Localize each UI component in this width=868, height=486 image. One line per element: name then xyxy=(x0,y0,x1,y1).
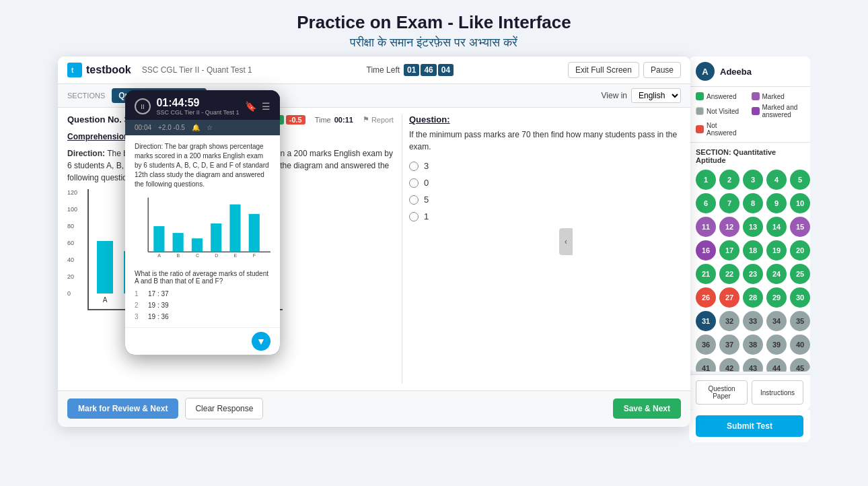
page-title-english: Practice on Exam - Like Interface xyxy=(0,12,868,33)
question-number-35[interactable]: 35 xyxy=(790,311,810,331)
mobile-pause-icon[interactable]: ⏸ xyxy=(135,98,151,114)
question-label: Question: xyxy=(409,114,681,125)
question-number-24[interactable]: 24 xyxy=(766,264,787,284)
question-number-34[interactable]: 34 xyxy=(766,311,787,331)
question-number-6[interactable]: 6 xyxy=(696,193,716,213)
question-number-32[interactable]: 32 xyxy=(719,311,739,331)
question-number-19[interactable]: 19 xyxy=(766,240,787,261)
mobile-bottom-bar: ▼ xyxy=(125,327,280,355)
question-number-2[interactable]: 2 xyxy=(719,170,739,190)
option-radio-1[interactable] xyxy=(409,162,419,171)
question-paper-button[interactable]: Question Paper xyxy=(696,380,748,405)
mobile-option-3[interactable]: 3 19 : 36 xyxy=(135,313,270,320)
mobile-next-button[interactable]: ▼ xyxy=(252,332,270,351)
option-3[interactable]: 5 xyxy=(409,195,681,205)
question-number-45[interactable]: 45 xyxy=(790,358,810,372)
not-visited-dot xyxy=(696,107,704,115)
question-number-10[interactable]: 10 xyxy=(790,193,810,213)
question-number-14[interactable]: 14 xyxy=(766,217,787,237)
svg-text:F: F xyxy=(253,253,256,258)
question-number-27[interactable]: 27 xyxy=(719,287,739,308)
option-label-1: 3 xyxy=(424,161,429,171)
question-number-28[interactable]: 28 xyxy=(743,287,763,308)
mobile-option-1[interactable]: 1 17 : 37 xyxy=(135,290,270,298)
question-number-30[interactable]: 30 xyxy=(790,287,810,308)
question-number-4[interactable]: 4 xyxy=(766,170,787,190)
question-number-43[interactable]: 43 xyxy=(743,358,763,372)
mark-review-button[interactable]: Mark for Review & Next xyxy=(67,398,178,419)
question-number-37[interactable]: 37 xyxy=(719,335,739,355)
question-number-22[interactable]: 22 xyxy=(719,264,739,284)
question-number-9[interactable]: 9 xyxy=(766,193,787,213)
question-number-36[interactable]: 36 xyxy=(696,335,716,355)
question-number-44[interactable]: 44 xyxy=(766,358,787,372)
question-number-5[interactable]: 5 xyxy=(790,170,810,190)
question-number-7[interactable]: 7 xyxy=(719,193,739,213)
menu-icon[interactable]: ☰ xyxy=(262,101,270,112)
pause-button[interactable]: Pause xyxy=(643,62,681,78)
marked-label: Marked xyxy=(762,93,785,100)
question-number-12[interactable]: 12 xyxy=(719,217,739,237)
sidebar-toggle[interactable]: ‹ xyxy=(559,228,573,255)
question-number-39[interactable]: 39 xyxy=(766,335,787,355)
question-number-13[interactable]: 13 xyxy=(743,217,763,237)
page-title-hindi: परीक्षा के समान इंटरफ़ेस पर अभ्यास करें xyxy=(0,36,868,50)
mobile-star-icon[interactable]: ☆ xyxy=(207,124,213,131)
mobile-stats-bar: 00:04 +2.0 -0.5 🔔 ☆ xyxy=(125,120,280,135)
timer-boxes: 01 46 04 xyxy=(404,64,454,76)
user-name: Adeeba xyxy=(720,67,752,77)
question-number: Question No. 31 xyxy=(67,114,134,125)
svg-text:C: C xyxy=(196,253,199,258)
option-radio-2[interactable] xyxy=(409,178,419,188)
clear-response-button[interactable]: Clear Response xyxy=(185,398,263,419)
submit-test-button[interactable]: Submit Test xyxy=(696,415,803,437)
svg-text:D: D xyxy=(215,253,218,258)
question-number-29[interactable]: 29 xyxy=(766,287,787,308)
option-4[interactable]: 1 xyxy=(409,211,681,221)
question-number-33[interactable]: 33 xyxy=(743,311,763,331)
legend: Answered Marked Not Visited Marked and a… xyxy=(689,87,810,143)
question-number-18[interactable]: 18 xyxy=(743,240,763,261)
bookmark-icon[interactable]: 🔖 xyxy=(245,101,256,112)
time-label: Time xyxy=(315,116,331,124)
option-2[interactable]: 0 xyxy=(409,178,681,188)
question-number-21[interactable]: 21 xyxy=(696,264,716,284)
question-number-17[interactable]: 17 xyxy=(719,240,739,261)
question-number-15[interactable]: 15 xyxy=(790,217,810,237)
question-number-16[interactable]: 16 xyxy=(696,240,716,261)
user-avatar: A xyxy=(696,62,715,81)
question-number-23[interactable]: 23 xyxy=(743,264,763,284)
report-button[interactable]: ⚑ Report xyxy=(363,115,394,124)
svg-text:A: A xyxy=(157,253,161,258)
exit-fullscreen-button[interactable]: Exit Full Screen xyxy=(568,62,639,78)
question-number-8[interactable]: 8 xyxy=(743,193,763,213)
mobile-options: 1 17 : 37 2 19 : 39 3 19 : 36 xyxy=(135,290,270,320)
option-1[interactable]: 3 xyxy=(409,161,681,171)
save-next-button[interactable]: Save & Next xyxy=(613,398,681,419)
y-axis-labels: 120 100 80 60 40 20 0 xyxy=(67,189,77,297)
question-number-3[interactable]: 3 xyxy=(743,170,763,190)
right-panel: Question: If the minimum pass marks are … xyxy=(402,114,681,384)
option-radio-3[interactable] xyxy=(409,195,419,205)
question-number-42[interactable]: 42 xyxy=(719,358,739,372)
option-radio-4[interactable] xyxy=(409,212,419,221)
mobile-option-2[interactable]: 2 19 : 39 xyxy=(135,302,270,309)
language-dropdown[interactable]: English Hindi xyxy=(631,88,681,103)
answered-label: Answered xyxy=(707,93,736,100)
answered-dot xyxy=(696,92,704,100)
question-number-20[interactable]: 20 xyxy=(790,240,810,261)
question-number-41[interactable]: 41 xyxy=(696,358,716,372)
question-number-25[interactable]: 25 xyxy=(790,264,810,284)
question-number-40[interactable]: 40 xyxy=(790,335,810,355)
user-info: A Adeeba xyxy=(689,57,810,87)
question-number-31[interactable]: 31 xyxy=(696,311,716,331)
instructions-button[interactable]: Instructions xyxy=(752,380,803,405)
question-grid-container: SECTION: Quantitative Aptitude 123456789… xyxy=(689,143,810,372)
timer-seconds: 04 xyxy=(438,64,454,76)
question-number-11[interactable]: 11 xyxy=(696,217,716,237)
svg-rect-4 xyxy=(153,226,164,252)
question-number-38[interactable]: 38 xyxy=(743,335,763,355)
question-number-1[interactable]: 1 xyxy=(696,170,716,190)
question-number-26[interactable]: 26 xyxy=(696,287,716,308)
section-grid-label: SECTION: Quantitative Aptitude xyxy=(696,148,803,164)
